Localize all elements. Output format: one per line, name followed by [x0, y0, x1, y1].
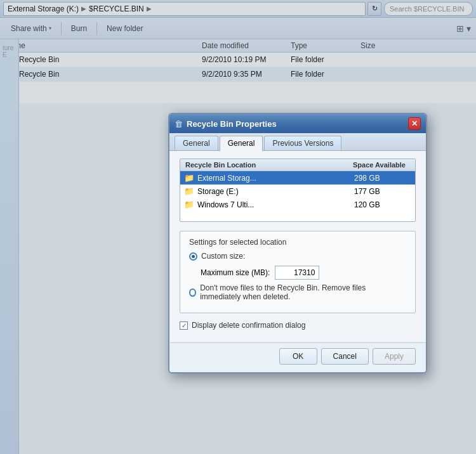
drive-icon-2: 📁 — [184, 186, 194, 196]
location-name-3: Windows 7 Ulti... — [197, 200, 354, 209]
tab-general-1[interactable]: General — [175, 136, 218, 150]
location-table-container: Recycle Bin Location Space Available 📁 E… — [180, 159, 416, 222]
dont-move-label: Don't move files to the Recycle Bin. Rem… — [200, 283, 406, 301]
dialog-title: Recycle Bin Properties — [187, 119, 408, 129]
location-row-1[interactable]: 📁 External Storag... 298 GB — [180, 171, 415, 185]
tab-previous-versions-label: Previous Versions — [272, 139, 333, 148]
location-size-3: 120 GB — [354, 200, 411, 209]
display-confirm-checkbox[interactable]: ✓ — [180, 321, 188, 330]
cancel-button[interactable]: Cancel — [321, 348, 369, 365]
location-row-3[interactable]: 📁 Windows 7 Ulti... 120 GB — [180, 198, 415, 211]
location-name-1: External Storag... — [197, 174, 354, 183]
display-confirm-label: Display delete confirmation dialog — [192, 321, 305, 330]
drive-icon-1: 📁 — [184, 173, 194, 183]
location-table-header: Recycle Bin Location Space Available — [180, 159, 415, 171]
tab-general-2[interactable]: General — [220, 136, 263, 151]
custom-size-radio[interactable] — [189, 252, 197, 261]
recycle-bin-properties-dialog: 🗑 Recycle Bin Properties ✕ General Gener… — [168, 113, 427, 373]
tab-general-1-label: General — [183, 139, 210, 148]
dialog-close-button[interactable]: ✕ — [408, 117, 421, 130]
settings-section: Settings for selected location Custom si… — [180, 231, 416, 313]
ok-button[interactable]: OK — [279, 348, 317, 365]
max-size-label: Maximum size (MB): — [201, 268, 270, 277]
dialog-tabs: General General Previous Versions — [169, 133, 426, 151]
location-size-1: 298 GB — [354, 174, 411, 183]
location-name-2: Storage (E:) — [197, 187, 354, 196]
dont-move-radio[interactable] — [189, 289, 196, 297]
location-size-2: 177 GB — [354, 187, 411, 196]
dialog-body: Recycle Bin Location Space Available 📁 E… — [169, 151, 426, 342]
dialog-footer: OK Cancel Apply — [169, 342, 426, 372]
dialog-title-icon: 🗑 — [175, 119, 183, 129]
close-icon: ✕ — [411, 119, 418, 128]
tab-general-2-label: General — [228, 139, 255, 148]
max-size-row: Maximum size (MB): — [201, 266, 406, 280]
drive-icon-3: 📁 — [184, 200, 194, 209]
settings-title: Settings for selected location — [189, 238, 406, 247]
dialog-titlebar: 🗑 Recycle Bin Properties ✕ — [169, 114, 426, 133]
max-size-input[interactable] — [275, 266, 319, 280]
custom-size-option[interactable]: Custom size: — [189, 252, 406, 261]
space-col-header: Space Available — [353, 161, 410, 169]
custom-size-label: Custom size: — [201, 252, 245, 261]
location-col-header: Recycle Bin Location — [185, 161, 353, 169]
apply-button[interactable]: Apply — [373, 348, 416, 365]
tab-previous-versions[interactable]: Previous Versions — [264, 136, 341, 150]
location-row-2[interactable]: 📁 Storage (E:) 177 GB — [180, 185, 415, 198]
dont-move-option[interactable]: Don't move files to the Recycle Bin. Rem… — [189, 283, 406, 301]
display-confirm-row[interactable]: ✓ Display delete confirmation dialog — [180, 321, 416, 330]
